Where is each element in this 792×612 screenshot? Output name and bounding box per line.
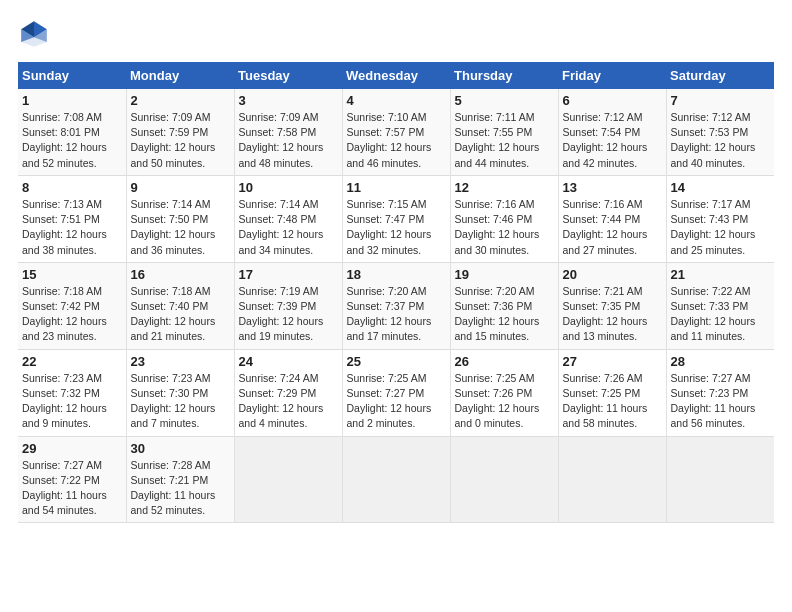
day-number: 4 bbox=[347, 93, 446, 108]
day-number: 12 bbox=[455, 180, 554, 195]
calendar-cell: 9Sunrise: 7:14 AMSunset: 7:50 PMDaylight… bbox=[126, 175, 234, 262]
day-info: Sunrise: 7:09 AMSunset: 7:58 PMDaylight:… bbox=[239, 111, 324, 169]
calendar-table: SundayMondayTuesdayWednesdayThursdayFrid… bbox=[18, 62, 774, 523]
day-info: Sunrise: 7:27 AMSunset: 7:22 PMDaylight:… bbox=[22, 459, 107, 517]
calendar-cell: 3Sunrise: 7:09 AMSunset: 7:58 PMDaylight… bbox=[234, 89, 342, 175]
calendar-cell: 2Sunrise: 7:09 AMSunset: 7:59 PMDaylight… bbox=[126, 89, 234, 175]
day-number: 15 bbox=[22, 267, 122, 282]
day-info: Sunrise: 7:25 AMSunset: 7:27 PMDaylight:… bbox=[347, 372, 432, 430]
calendar-cell: 19Sunrise: 7:20 AMSunset: 7:36 PMDayligh… bbox=[450, 262, 558, 349]
day-number: 3 bbox=[239, 93, 338, 108]
calendar-cell: 4Sunrise: 7:10 AMSunset: 7:57 PMDaylight… bbox=[342, 89, 450, 175]
day-number: 26 bbox=[455, 354, 554, 369]
weekday-header-thursday: Thursday bbox=[450, 62, 558, 89]
weekday-header-tuesday: Tuesday bbox=[234, 62, 342, 89]
day-number: 7 bbox=[671, 93, 771, 108]
calendar-page: SundayMondayTuesdayWednesdayThursdayFrid… bbox=[0, 0, 792, 612]
header-area bbox=[18, 18, 774, 50]
day-number: 29 bbox=[22, 441, 122, 456]
day-number: 9 bbox=[131, 180, 230, 195]
calendar-cell: 22Sunrise: 7:23 AMSunset: 7:32 PMDayligh… bbox=[18, 349, 126, 436]
day-info: Sunrise: 7:24 AMSunset: 7:29 PMDaylight:… bbox=[239, 372, 324, 430]
day-info: Sunrise: 7:10 AMSunset: 7:57 PMDaylight:… bbox=[347, 111, 432, 169]
calendar-week-row: 1Sunrise: 7:08 AMSunset: 8:01 PMDaylight… bbox=[18, 89, 774, 175]
day-number: 25 bbox=[347, 354, 446, 369]
day-number: 16 bbox=[131, 267, 230, 282]
day-info: Sunrise: 7:15 AMSunset: 7:47 PMDaylight:… bbox=[347, 198, 432, 256]
day-number: 11 bbox=[347, 180, 446, 195]
calendar-cell bbox=[666, 436, 774, 523]
calendar-cell: 13Sunrise: 7:16 AMSunset: 7:44 PMDayligh… bbox=[558, 175, 666, 262]
day-number: 6 bbox=[563, 93, 662, 108]
logo-icon bbox=[18, 18, 50, 50]
day-number: 1 bbox=[22, 93, 122, 108]
day-info: Sunrise: 7:19 AMSunset: 7:39 PMDaylight:… bbox=[239, 285, 324, 343]
weekday-header-sunday: Sunday bbox=[18, 62, 126, 89]
calendar-cell bbox=[342, 436, 450, 523]
day-number: 13 bbox=[563, 180, 662, 195]
day-info: Sunrise: 7:28 AMSunset: 7:21 PMDaylight:… bbox=[131, 459, 216, 517]
day-number: 28 bbox=[671, 354, 771, 369]
calendar-cell: 26Sunrise: 7:25 AMSunset: 7:26 PMDayligh… bbox=[450, 349, 558, 436]
calendar-cell: 27Sunrise: 7:26 AMSunset: 7:25 PMDayligh… bbox=[558, 349, 666, 436]
day-info: Sunrise: 7:14 AMSunset: 7:50 PMDaylight:… bbox=[131, 198, 216, 256]
day-info: Sunrise: 7:08 AMSunset: 8:01 PMDaylight:… bbox=[22, 111, 107, 169]
day-info: Sunrise: 7:25 AMSunset: 7:26 PMDaylight:… bbox=[455, 372, 540, 430]
day-number: 20 bbox=[563, 267, 662, 282]
calendar-cell: 24Sunrise: 7:24 AMSunset: 7:29 PMDayligh… bbox=[234, 349, 342, 436]
day-info: Sunrise: 7:16 AMSunset: 7:46 PMDaylight:… bbox=[455, 198, 540, 256]
calendar-cell: 11Sunrise: 7:15 AMSunset: 7:47 PMDayligh… bbox=[342, 175, 450, 262]
day-info: Sunrise: 7:23 AMSunset: 7:30 PMDaylight:… bbox=[131, 372, 216, 430]
calendar-cell: 18Sunrise: 7:20 AMSunset: 7:37 PMDayligh… bbox=[342, 262, 450, 349]
day-info: Sunrise: 7:12 AMSunset: 7:53 PMDaylight:… bbox=[671, 111, 756, 169]
day-number: 23 bbox=[131, 354, 230, 369]
calendar-cell: 15Sunrise: 7:18 AMSunset: 7:42 PMDayligh… bbox=[18, 262, 126, 349]
day-info: Sunrise: 7:17 AMSunset: 7:43 PMDaylight:… bbox=[671, 198, 756, 256]
day-info: Sunrise: 7:14 AMSunset: 7:48 PMDaylight:… bbox=[239, 198, 324, 256]
calendar-cell: 14Sunrise: 7:17 AMSunset: 7:43 PMDayligh… bbox=[666, 175, 774, 262]
calendar-cell: 21Sunrise: 7:22 AMSunset: 7:33 PMDayligh… bbox=[666, 262, 774, 349]
calendar-cell: 7Sunrise: 7:12 AMSunset: 7:53 PMDaylight… bbox=[666, 89, 774, 175]
calendar-cell: 20Sunrise: 7:21 AMSunset: 7:35 PMDayligh… bbox=[558, 262, 666, 349]
weekday-header-row: SundayMondayTuesdayWednesdayThursdayFrid… bbox=[18, 62, 774, 89]
calendar-cell: 8Sunrise: 7:13 AMSunset: 7:51 PMDaylight… bbox=[18, 175, 126, 262]
calendar-week-row: 22Sunrise: 7:23 AMSunset: 7:32 PMDayligh… bbox=[18, 349, 774, 436]
day-info: Sunrise: 7:23 AMSunset: 7:32 PMDaylight:… bbox=[22, 372, 107, 430]
day-info: Sunrise: 7:11 AMSunset: 7:55 PMDaylight:… bbox=[455, 111, 540, 169]
day-info: Sunrise: 7:22 AMSunset: 7:33 PMDaylight:… bbox=[671, 285, 756, 343]
day-number: 2 bbox=[131, 93, 230, 108]
day-info: Sunrise: 7:27 AMSunset: 7:23 PMDaylight:… bbox=[671, 372, 756, 430]
day-number: 18 bbox=[347, 267, 446, 282]
calendar-week-row: 15Sunrise: 7:18 AMSunset: 7:42 PMDayligh… bbox=[18, 262, 774, 349]
day-number: 10 bbox=[239, 180, 338, 195]
calendar-cell: 10Sunrise: 7:14 AMSunset: 7:48 PMDayligh… bbox=[234, 175, 342, 262]
weekday-header-wednesday: Wednesday bbox=[342, 62, 450, 89]
calendar-cell: 17Sunrise: 7:19 AMSunset: 7:39 PMDayligh… bbox=[234, 262, 342, 349]
day-info: Sunrise: 7:09 AMSunset: 7:59 PMDaylight:… bbox=[131, 111, 216, 169]
day-info: Sunrise: 7:12 AMSunset: 7:54 PMDaylight:… bbox=[563, 111, 648, 169]
day-number: 19 bbox=[455, 267, 554, 282]
calendar-cell: 29Sunrise: 7:27 AMSunset: 7:22 PMDayligh… bbox=[18, 436, 126, 523]
calendar-cell bbox=[450, 436, 558, 523]
calendar-cell: 5Sunrise: 7:11 AMSunset: 7:55 PMDaylight… bbox=[450, 89, 558, 175]
day-number: 27 bbox=[563, 354, 662, 369]
logo bbox=[18, 18, 56, 50]
day-info: Sunrise: 7:18 AMSunset: 7:40 PMDaylight:… bbox=[131, 285, 216, 343]
calendar-cell: 1Sunrise: 7:08 AMSunset: 8:01 PMDaylight… bbox=[18, 89, 126, 175]
day-info: Sunrise: 7:20 AMSunset: 7:37 PMDaylight:… bbox=[347, 285, 432, 343]
day-number: 5 bbox=[455, 93, 554, 108]
day-number: 8 bbox=[22, 180, 122, 195]
weekday-header-friday: Friday bbox=[558, 62, 666, 89]
calendar-week-row: 8Sunrise: 7:13 AMSunset: 7:51 PMDaylight… bbox=[18, 175, 774, 262]
day-number: 14 bbox=[671, 180, 771, 195]
day-number: 22 bbox=[22, 354, 122, 369]
weekday-header-saturday: Saturday bbox=[666, 62, 774, 89]
weekday-header-monday: Monday bbox=[126, 62, 234, 89]
day-info: Sunrise: 7:18 AMSunset: 7:42 PMDaylight:… bbox=[22, 285, 107, 343]
calendar-cell: 6Sunrise: 7:12 AMSunset: 7:54 PMDaylight… bbox=[558, 89, 666, 175]
calendar-cell: 16Sunrise: 7:18 AMSunset: 7:40 PMDayligh… bbox=[126, 262, 234, 349]
day-info: Sunrise: 7:13 AMSunset: 7:51 PMDaylight:… bbox=[22, 198, 107, 256]
day-info: Sunrise: 7:20 AMSunset: 7:36 PMDaylight:… bbox=[455, 285, 540, 343]
calendar-cell: 28Sunrise: 7:27 AMSunset: 7:23 PMDayligh… bbox=[666, 349, 774, 436]
day-number: 24 bbox=[239, 354, 338, 369]
